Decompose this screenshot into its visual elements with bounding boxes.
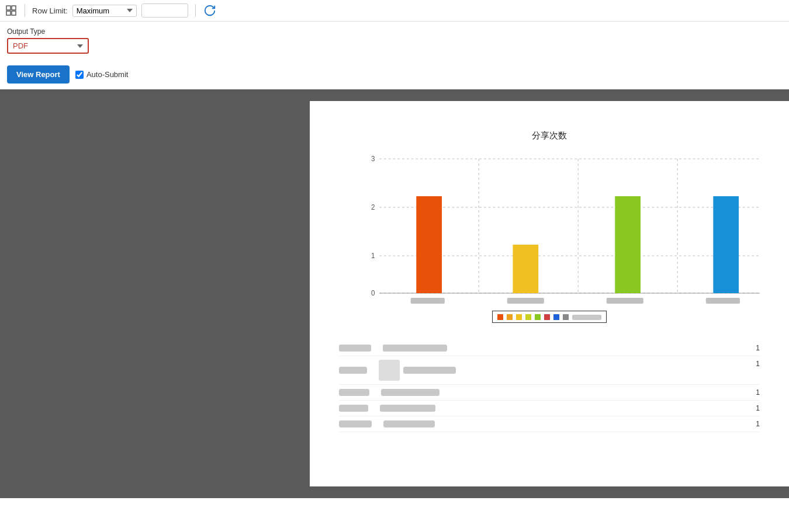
legend-color-1	[497, 314, 503, 320]
svg-rect-3	[12, 11, 16, 15]
output-type-label: Output Type	[7, 27, 782, 36]
table-row: 1	[339, 401, 760, 416]
legend-item-1	[497, 314, 503, 320]
blurred-col2	[381, 389, 440, 396]
row-count: 1	[748, 360, 760, 381]
svg-text:1: 1	[371, 252, 375, 260]
row-limit-select[interactable]: Maximum 100 500 1000	[72, 5, 137, 17]
row-count: 1	[748, 404, 760, 412]
divider	[25, 4, 25, 17]
legend-item-2	[507, 314, 513, 320]
row-count: 1	[748, 388, 760, 397]
legend-color-8	[563, 314, 569, 320]
row-left	[339, 388, 440, 397]
blurred-col2	[380, 405, 435, 412]
data-table: 1 1 1	[321, 340, 777, 432]
table-row: 1	[339, 416, 760, 432]
blurred-col1	[339, 367, 367, 374]
svg-text:0: 0	[371, 289, 375, 297]
legend-color-3	[516, 314, 522, 320]
legend-color-2	[507, 314, 513, 320]
search-input[interactable]	[141, 4, 188, 18]
chart-legend	[492, 311, 607, 323]
svg-rect-16	[411, 298, 445, 304]
chart-area: 3 2 1 0	[362, 153, 760, 305]
legend-color-7	[553, 314, 559, 320]
params-section: Output Type PDF Excel HTML CSV	[0, 22, 789, 61]
table-row: 1	[339, 385, 760, 401]
row-left	[339, 360, 456, 381]
svg-rect-19	[706, 298, 740, 304]
blurred-col1	[339, 405, 368, 412]
svg-rect-2	[6, 11, 11, 15]
legend-color-4	[525, 314, 531, 320]
svg-rect-1	[12, 6, 16, 10]
svg-rect-0	[6, 6, 11, 10]
dark-area: 分享次数 3 2 1 0	[0, 89, 789, 498]
chart-title: 分享次数	[339, 130, 760, 141]
legend-item-5	[535, 314, 541, 320]
row-left	[339, 344, 447, 352]
bar-4	[713, 196, 739, 293]
toolbar: Row Limit: Maximum 100 500 1000	[0, 0, 789, 22]
legend-item-7	[553, 314, 559, 320]
row-left	[339, 420, 435, 428]
auto-submit-label: Auto-Submit	[86, 70, 129, 79]
legend-item-3	[516, 314, 522, 320]
blurred-col1	[339, 420, 372, 427]
table-row: 1	[339, 356, 760, 385]
row-limit-label: Row Limit:	[32, 6, 68, 15]
bar-1	[416, 196, 442, 293]
grid-icon[interactable]	[5, 4, 18, 17]
table-row: 1	[339, 340, 760, 356]
auto-submit-wrapper: Auto-Submit	[75, 70, 129, 79]
legend-text-blurred	[572, 314, 601, 320]
report-panel: 分享次数 3 2 1 0	[310, 101, 789, 486]
svg-text:3: 3	[371, 155, 375, 163]
chart-container: 分享次数 3 2 1 0	[321, 119, 777, 329]
avatar	[379, 360, 400, 381]
row-count: 1	[748, 344, 760, 352]
divider2	[195, 4, 196, 17]
svg-rect-17	[507, 298, 544, 304]
blurred-col2	[383, 420, 435, 427]
legend-item-4	[525, 314, 531, 320]
legend-color-5	[535, 314, 541, 320]
legend-item-6	[544, 314, 550, 320]
action-row: View Report Auto-Submit	[0, 61, 789, 89]
blurred-col2	[383, 345, 447, 352]
view-report-button[interactable]: View Report	[7, 65, 70, 84]
legend-item-8	[563, 314, 569, 320]
svg-text:2: 2	[371, 203, 375, 211]
row-count: 1	[748, 420, 760, 428]
svg-rect-18	[607, 298, 643, 304]
bar-2	[513, 245, 538, 293]
blurred-col2	[403, 367, 456, 374]
legend-color-6	[544, 314, 550, 320]
blurred-col1	[339, 345, 371, 352]
output-type-select[interactable]: PDF Excel HTML CSV	[7, 38, 89, 54]
refresh-icon[interactable]	[203, 4, 217, 18]
bar-3	[615, 196, 641, 293]
blurred-col1	[339, 389, 369, 396]
auto-submit-checkbox[interactable]	[75, 71, 84, 79]
chart-svg: 3 2 1 0	[362, 153, 760, 305]
row-left	[339, 404, 435, 412]
